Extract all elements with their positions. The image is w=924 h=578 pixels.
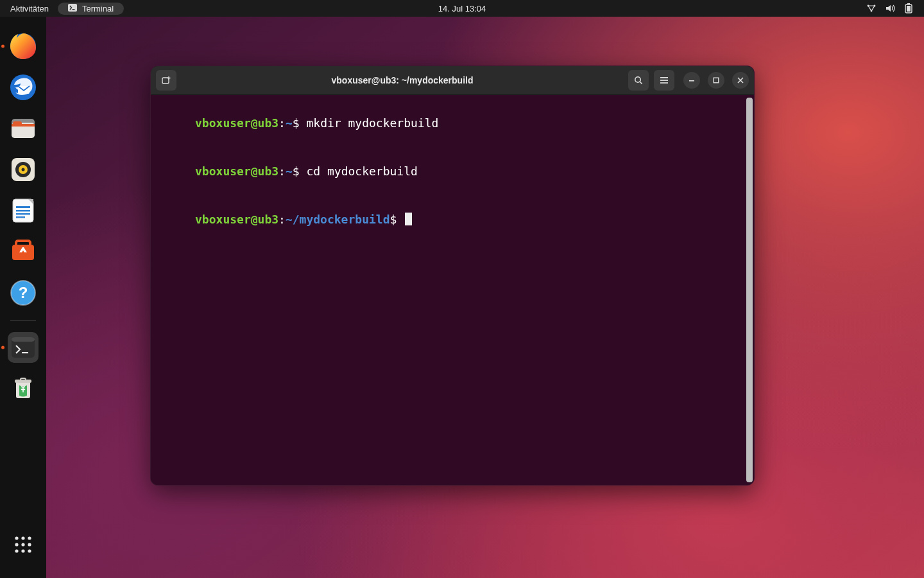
svg-rect-29	[12, 337, 35, 342]
volume-icon	[886, 4, 896, 13]
close-button[interactable]	[732, 72, 749, 89]
svg-rect-1	[72, 9, 74, 10]
terminal-icon	[68, 4, 77, 13]
window-title: vboxuser@ub3: ~/mydockerbuild	[182, 75, 623, 85]
svg-point-18	[22, 168, 25, 171]
hamburger-menu-button[interactable]	[654, 70, 674, 91]
svg-rect-21	[16, 210, 30, 211]
svg-point-37	[21, 543, 24, 546]
svg-rect-24	[12, 245, 34, 260]
svg-rect-44	[660, 77, 668, 78]
thunderbird-icon	[9, 73, 37, 101]
svg-rect-0	[68, 4, 77, 12]
svg-rect-7	[907, 6, 911, 12]
libreoffice-writer-icon	[10, 197, 37, 224]
svg-rect-48	[714, 78, 719, 83]
firefox-icon	[9, 32, 37, 60]
svg-rect-14	[12, 124, 35, 127]
close-icon	[737, 76, 744, 84]
minimize-button[interactable]	[683, 72, 700, 89]
battery-icon	[905, 3, 912, 13]
svg-rect-47	[689, 80, 694, 82]
prompt-user: vboxuser@ub3	[195, 213, 278, 226]
dock: ?	[0, 17, 46, 578]
command-text: mkdir mydockerbuild	[306, 116, 438, 130]
svg-point-34	[21, 536, 24, 539]
prompt-user: vboxuser@ub3	[195, 116, 278, 130]
dock-item-terminal[interactable]	[8, 332, 38, 363]
dock-item-trash[interactable]	[8, 373, 38, 404]
svg-rect-32	[15, 380, 31, 383]
prompt-path: ~	[286, 164, 293, 178]
clock[interactable]: 14. Jul 13:04	[438, 4, 486, 13]
svg-point-39	[15, 549, 18, 552]
terminal-line: vboxuser@ub3:~$ mkdir mydockerbuild	[153, 99, 751, 147]
svg-rect-22	[16, 213, 30, 215]
trash-icon	[10, 376, 36, 401]
show-applications-icon	[13, 534, 33, 555]
svg-point-36	[15, 543, 18, 546]
activities-button[interactable]: Aktivitäten	[10, 4, 49, 13]
prompt-user: vboxuser@ub3	[195, 164, 278, 178]
show-applications-button[interactable]	[8, 529, 38, 560]
prompt-path: ~/mydockerbuild	[286, 213, 390, 226]
dock-item-thunderbird[interactable]	[8, 72, 38, 103]
svg-rect-45	[660, 80, 668, 81]
svg-point-33	[15, 536, 18, 539]
svg-point-40	[21, 549, 24, 552]
terminal-line: vboxuser@ub3:~/mydockerbuild$	[153, 195, 751, 243]
terminal-cursor	[405, 213, 412, 225]
svg-point-43	[635, 77, 640, 82]
svg-text:?: ?	[19, 284, 28, 301]
svg-rect-23	[16, 216, 25, 218]
svg-rect-46	[660, 82, 668, 83]
window-titlebar[interactable]: vboxuser@ub3: ~/mydockerbuild	[151, 66, 754, 95]
hamburger-icon	[659, 75, 669, 85]
terminal-window[interactable]: vboxuser@ub3: ~/mydockerbuild	[150, 66, 755, 486]
ubuntu-software-icon	[10, 238, 37, 265]
dock-item-files[interactable]	[8, 113, 38, 144]
command-text: cd mydockerbuild	[306, 164, 417, 178]
svg-rect-30	[22, 352, 28, 353]
svg-rect-42	[162, 78, 169, 83]
svg-point-35	[28, 536, 31, 539]
svg-rect-20	[16, 206, 30, 208]
dock-item-ubuntu-software[interactable]	[8, 236, 38, 267]
new-tab-button[interactable]	[156, 70, 176, 91]
maximize-icon	[712, 76, 720, 84]
svg-point-38	[28, 543, 31, 546]
dock-item-rhythmbox[interactable]	[8, 154, 38, 185]
search-icon	[633, 75, 644, 85]
terminal-scrollbar[interactable]	[746, 98, 753, 482]
svg-point-41	[28, 549, 31, 552]
rhythmbox-icon	[10, 156, 37, 183]
network-icon	[866, 4, 877, 13]
dock-separator	[10, 320, 36, 320]
files-icon	[10, 115, 37, 142]
prompt-path: ~	[286, 116, 293, 130]
help-icon: ?	[10, 279, 37, 306]
dock-item-help[interactable]: ?	[8, 277, 38, 308]
top-bar: Aktivitäten Terminal 14. Jul 13:04	[0, 0, 924, 17]
dock-item-libreoffice-writer[interactable]	[8, 195, 38, 226]
new-tab-icon	[161, 75, 171, 85]
search-button[interactable]	[628, 70, 649, 91]
active-app-label: Terminal	[82, 4, 114, 13]
dock-item-firefox[interactable]	[8, 31, 38, 62]
system-status-area[interactable]	[866, 3, 924, 13]
active-app-indicator[interactable]: Terminal	[58, 3, 124, 15]
minimize-icon	[688, 76, 696, 84]
terminal-icon	[10, 334, 37, 361]
terminal-output[interactable]: vboxuser@ub3:~$ mkdir mydockerbuild vbox…	[151, 95, 754, 485]
terminal-line: vboxuser@ub3:~$ cd mydockerbuild	[153, 147, 751, 195]
maximize-button[interactable]	[708, 72, 724, 89]
